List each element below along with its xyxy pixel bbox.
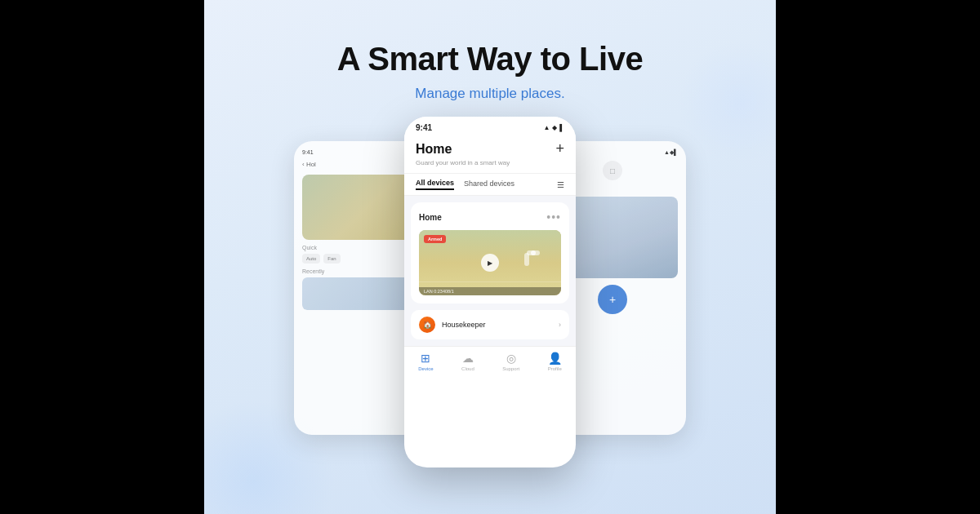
phone-header: Home + Guard your world in a smart way (404, 135, 576, 174)
camera-inner: Armed ▶ LAN 0:23408/1 (419, 230, 561, 295)
status-time: 9:41 (416, 123, 432, 132)
wifi-icon: ◆ (552, 124, 557, 131)
bg-left-chip1: Auto (302, 254, 320, 264)
support-icon: ◎ (506, 352, 516, 365)
profile-icon: 👤 (548, 352, 562, 365)
phone-add-btn[interactable]: + (555, 140, 564, 157)
phone-tabs: All devices Shared devices ☰ (404, 174, 576, 196)
phone-bottom-nav: ⊞ Device ☁ Cloud ◎ Support 👤 Profile (404, 346, 576, 378)
main-title: A Smart Way to Live (337, 41, 643, 78)
ceiling-fan (517, 237, 550, 269)
home-card-title: Home (419, 213, 442, 222)
armed-badge: Armed (424, 235, 446, 243)
camera-lan-info: LAN 0:23408/1 (424, 289, 454, 294)
phone-main: 9:41 ▲ ◆ ▌ Home + Guard your world in a … (404, 117, 576, 467)
housekeeper-icon: 🏠 (419, 317, 435, 333)
signal-icon: ▲ (543, 124, 550, 131)
bg-right-icons: ▲◆▌ (664, 149, 678, 156)
nav-support[interactable]: ◎ Support (502, 352, 519, 371)
bg-left-chip2: Fan (323, 254, 340, 264)
housekeeper-arrow: › (559, 321, 561, 329)
tab-all-devices[interactable]: All devices (416, 179, 454, 190)
play-icon: ▶ (488, 259, 492, 267)
home-card: Home ••• (411, 202, 569, 304)
nav-profile[interactable]: 👤 Profile (548, 352, 562, 371)
housekeeper-label: Housekeeper (442, 321, 552, 329)
phone-home-title: Home (416, 142, 452, 157)
bg-left-time: 9:41 (302, 149, 314, 156)
phone-header-subtitle: Guard your world in a smart way (416, 159, 564, 166)
bg-left-back: ‹ Hol (302, 161, 316, 168)
device-icon: ⊞ (421, 352, 430, 365)
phone-status-bar: 9:41 ▲ ◆ ▌ (404, 117, 576, 135)
tab-shared-devices[interactable]: Shared devices (464, 179, 514, 189)
housekeeper-row[interactable]: 🏠 Housekeeper › (411, 310, 569, 339)
nav-cloud[interactable]: ☁ Cloud (461, 352, 474, 371)
battery-icon: ▌ (559, 124, 564, 131)
support-label: Support (502, 366, 519, 371)
heading-section: A Smart Way to Live Manage multiple plac… (337, 41, 643, 102)
bg-right-plus-btn[interactable]: + (598, 285, 627, 314)
sub-title: Manage multiple places. (337, 86, 643, 102)
bg-right-device-icon: □ (610, 166, 615, 175)
camera-info-bar: LAN 0:23408/1 (419, 287, 561, 295)
phones-container: 9:41 ▲◆▌ ‹ Hol Quick Auto Fan Recently (359, 117, 621, 492)
center-panel: A Smart Way to Live Manage multiple plac… (204, 0, 776, 514)
cloud-label: Cloud (461, 366, 474, 371)
play-button[interactable]: ▶ (481, 254, 499, 272)
cloud-icon: ☁ (462, 352, 474, 365)
home-card-menu[interactable]: ••• (546, 210, 561, 224)
nav-device[interactable]: ⊞ Device (418, 352, 433, 371)
profile-label: Profile (548, 366, 562, 371)
bg-right-plus-icon: + (609, 293, 616, 306)
home-card-header: Home ••• (419, 210, 561, 224)
phone-content: Home ••• (404, 196, 576, 346)
device-label: Device (418, 366, 433, 371)
tab-menu-icon[interactable]: ☰ (557, 180, 564, 189)
status-icons: ▲ ◆ ▌ (543, 124, 564, 131)
camera-thumbnail[interactable]: Armed ▶ LAN 0:23408/1 (419, 230, 561, 295)
